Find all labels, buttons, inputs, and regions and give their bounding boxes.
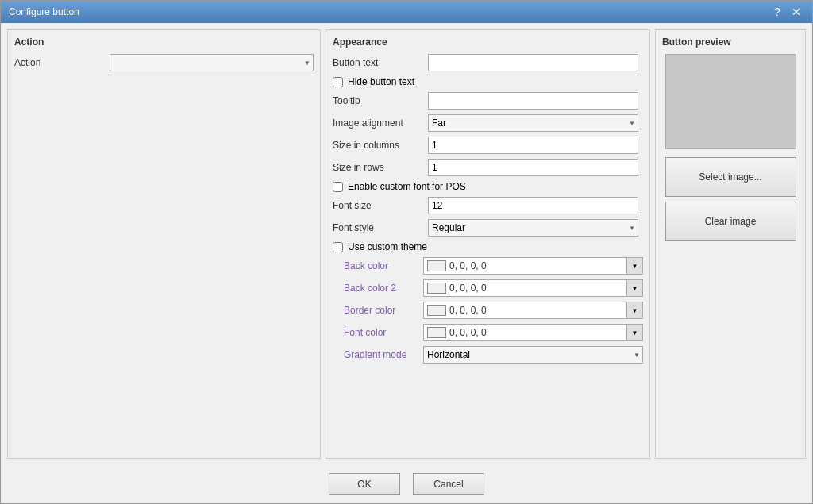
tooltip-input[interactable] (428, 92, 638, 110)
back-color-value: 0, 0, 0, 0 (449, 260, 487, 271)
size-columns-label: Size in columns (333, 140, 428, 151)
custom-font-checkbox[interactable] (333, 182, 343, 192)
ok-button[interactable]: OK (329, 473, 400, 495)
border-color-value: 0, 0, 0, 0 (449, 305, 487, 316)
back-color2-field-group: 0, 0, 0, 0 ▼ (423, 279, 643, 297)
action-select[interactable] (110, 54, 314, 71)
gradient-mode-label: Gradient mode (344, 349, 423, 360)
size-columns-input[interactable] (428, 137, 638, 154)
border-color-field: 0, 0, 0, 0 (423, 302, 627, 319)
back-color-row: Back color 0, 0, 0, 0 ▼ (344, 257, 643, 275)
appearance-panel: Appearance Button text Hide button text … (326, 29, 650, 459)
border-color-dropdown-btn[interactable]: ▼ (627, 302, 643, 319)
button-text-input[interactable] (428, 54, 638, 71)
font-color-value: 0, 0, 0, 0 (449, 327, 487, 338)
gradient-mode-select[interactable]: Horizontal Vertical None (423, 346, 643, 364)
gradient-mode-row: Gradient mode Horizontal Vertical None (344, 346, 643, 364)
font-style-label: Font style (333, 222, 428, 233)
button-text-label: Button text (333, 57, 428, 68)
custom-theme-label: Use custom theme (348, 241, 427, 252)
font-style-select[interactable]: Regular Bold Italic Bold Italic (428, 219, 638, 237)
button-preview-panel: Button preview Select image... Clear ima… (655, 29, 806, 459)
back-color-label: Back color (344, 260, 423, 271)
tooltip-label: Tooltip (333, 95, 428, 106)
hide-button-text-row: Hide button text (333, 76, 643, 87)
custom-font-row: Enable custom font for POS (333, 181, 643, 192)
back-color2-field: 0, 0, 0, 0 (423, 279, 627, 297)
font-style-row: Font style Regular Bold Italic Bold Ital… (333, 219, 643, 237)
border-color-swatch (427, 305, 446, 316)
size-rows-input[interactable] (428, 159, 638, 176)
back-color2-swatch (427, 283, 446, 294)
back-color-field-group: 0, 0, 0, 0 ▼ (423, 257, 643, 275)
custom-theme-row: Use custom theme (333, 241, 643, 252)
button-preview-area (665, 54, 796, 149)
action-panel: Action Action (7, 29, 321, 459)
font-color-dropdown-btn[interactable]: ▼ (627, 324, 643, 341)
font-size-row: Font size (333, 197, 643, 214)
action-select-wrapper (110, 54, 314, 71)
back-color2-label: Back color 2 (344, 283, 423, 294)
image-alignment-select[interactable]: Far Near Center (428, 114, 638, 132)
back-color-swatch (427, 260, 446, 271)
tooltip-row: Tooltip (333, 92, 643, 110)
gradient-mode-select-wrapper: Horizontal Vertical None (423, 346, 643, 364)
dialog-body: Action Action Appearance Button text (1, 23, 812, 465)
back-color-dropdown-btn[interactable]: ▼ (627, 257, 643, 275)
size-columns-row: Size in columns (333, 137, 643, 154)
font-style-select-wrapper: Regular Bold Italic Bold Italic (428, 219, 638, 237)
back-color2-row: Back color 2 0, 0, 0, 0 ▼ (344, 279, 643, 297)
title-bar-controls: ? ✕ (769, 5, 804, 19)
hide-button-text-checkbox[interactable] (333, 77, 343, 87)
appearance-panel-title: Appearance (333, 37, 643, 48)
border-color-field-group: 0, 0, 0, 0 ▼ (423, 302, 643, 319)
hide-button-text-label: Hide button text (348, 76, 414, 87)
font-color-label: Font color (344, 327, 423, 338)
cancel-button[interactable]: Cancel (413, 473, 484, 495)
button-text-row: Button text (333, 54, 643, 71)
size-rows-label: Size in rows (333, 162, 428, 173)
back-color2-dropdown-btn[interactable]: ▼ (627, 279, 643, 297)
size-rows-row: Size in rows (333, 159, 643, 176)
configure-button-dialog: Configure button ? ✕ Action Action Appea… (0, 0, 813, 504)
color-section: Back color 0, 0, 0, 0 ▼ Back color 2 (333, 257, 643, 364)
action-field-row: Action (14, 54, 314, 71)
font-color-field-group: 0, 0, 0, 0 ▼ (423, 324, 643, 341)
help-button[interactable]: ? (769, 5, 785, 19)
font-size-label: Font size (333, 200, 428, 211)
image-alignment-label: Image alignment (333, 117, 428, 129)
title-bar-left: Configure button (9, 6, 79, 17)
close-button[interactable]: ✕ (788, 5, 804, 19)
font-color-row: Font color 0, 0, 0, 0 ▼ (344, 324, 643, 341)
font-size-input[interactable] (428, 197, 638, 214)
image-alignment-select-wrapper: Far Near Center (428, 114, 638, 132)
button-preview-title: Button preview (662, 37, 731, 48)
font-color-field: 0, 0, 0, 0 (423, 324, 627, 341)
action-panel-title: Action (14, 37, 314, 48)
font-color-swatch (427, 327, 446, 338)
dialog-footer: OK Cancel (1, 465, 812, 503)
back-color2-value: 0, 0, 0, 0 (449, 283, 487, 294)
custom-theme-checkbox[interactable] (333, 242, 343, 252)
select-image-button[interactable]: Select image... (665, 157, 796, 197)
border-color-row: Border color 0, 0, 0, 0 ▼ (344, 302, 643, 319)
action-label: Action (14, 57, 110, 68)
border-color-label: Border color (344, 305, 423, 316)
dialog-title: Configure button (9, 6, 79, 17)
image-alignment-row: Image alignment Far Near Center (333, 114, 643, 132)
clear-image-button[interactable]: Clear image (665, 202, 796, 241)
custom-font-label: Enable custom font for POS (348, 181, 466, 192)
title-bar: Configure button ? ✕ (1, 1, 812, 23)
back-color-field: 0, 0, 0, 0 (423, 257, 627, 275)
